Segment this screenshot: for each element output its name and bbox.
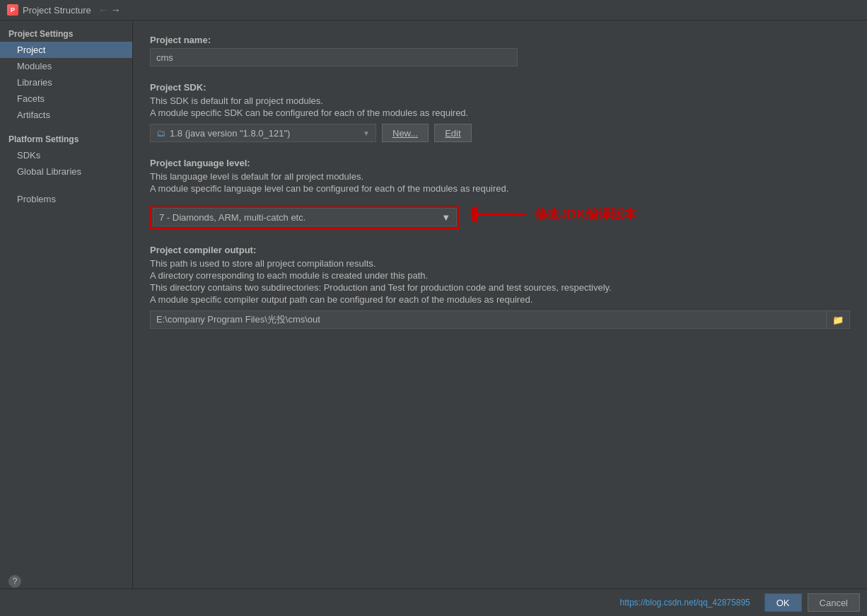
main-layout: Project Settings Project Modules Librari…: [0, 21, 867, 588]
folder-button[interactable]: 📁: [827, 310, 850, 329]
compiler-output-section: Project compiler output: This path is us…: [150, 245, 850, 329]
content-area: Project name: Project SDK: This SDK is d…: [133, 21, 867, 588]
sidebar-item-modules[interactable]: Modules: [0, 58, 132, 74]
sdk-edit-button[interactable]: Edit: [434, 124, 471, 142]
sidebar-item-libraries[interactable]: Libraries: [0, 74, 132, 91]
app-logo: P: [7, 4, 18, 16]
project-sdk-label: Project SDK:: [150, 82, 850, 93]
lang-dropdown-wrapper: 7 - Diamonds, ARM, multi-catch etc. ▼: [150, 205, 460, 229]
bottom-link[interactable]: https://blog.csdn.net/qq_42875895: [620, 598, 750, 608]
sdk-dropdown-icon: ▼: [363, 129, 370, 137]
ok-button[interactable]: OK: [764, 593, 802, 612]
sidebar-item-global-libraries[interactable]: Global Libraries: [0, 163, 132, 180]
compiler-desc1: This path is used to store all project c…: [150, 258, 850, 269]
sidebar-item-problems[interactable]: Problems: [0, 191, 132, 207]
annotation-text: 修改JDK编译版本: [535, 206, 636, 223]
cancel-button[interactable]: Cancel: [808, 593, 860, 612]
project-sdk-section: Project SDK: This SDK is default for all…: [150, 82, 850, 142]
lang-desc2: A module specific language level can be …: [150, 183, 850, 194]
nav-arrows: ← →: [98, 4, 121, 16]
project-language-label: Project language level:: [150, 158, 850, 168]
compiler-desc2: A directory corresponding to each module…: [150, 270, 850, 281]
sidebar-item-artifacts[interactable]: Artifacts: [0, 107, 132, 123]
sidebar-item-sdks[interactable]: SDKs: [0, 147, 132, 163]
red-arrow-icon: [471, 204, 528, 224]
platform-settings-section: Platform Settings: [0, 129, 132, 147]
sidebar-item-facets[interactable]: Facets: [0, 91, 132, 107]
project-settings-section: Project Settings: [0, 23, 132, 42]
title-bar: P Project Structure ← →: [0, 0, 867, 21]
bottom-bar: https://blog.csdn.net/qq_42875895 OK Can…: [0, 588, 867, 616]
sdk-row: 🗂 1.8 (java version "1.8.0_121") ▼ New..…: [150, 124, 850, 142]
lang-dropdown-icon: ▼: [441, 212, 450, 223]
sdk-desc1: This SDK is default for all project modu…: [150, 95, 850, 106]
compiler-output-label: Project compiler output:: [150, 245, 850, 255]
folder-icon: 📁: [832, 315, 844, 325]
lang-value: 7 - Diamonds, ARM, multi-catch etc.: [159, 212, 306, 223]
back-arrow[interactable]: ←: [98, 4, 108, 16]
lang-dropdown[interactable]: 7 - Diamonds, ARM, multi-catch etc. ▼: [153, 208, 457, 226]
output-path-row: 📁: [150, 310, 850, 329]
project-name-section: Project name:: [150, 35, 850, 66]
project-language-section: Project language level: This language le…: [150, 158, 850, 229]
compiler-desc4: A module specific compiler output path c…: [150, 294, 850, 305]
project-name-input[interactable]: [150, 48, 518, 66]
lang-desc1: This language level is default for all p…: [150, 171, 850, 182]
annotation: 修改JDK编译版本: [471, 204, 636, 224]
help-icon[interactable]: ?: [8, 575, 21, 588]
sidebar: Project Settings Project Modules Librari…: [0, 21, 133, 588]
forward-arrow[interactable]: →: [111, 4, 121, 16]
title-bar-text: Project Structure: [23, 5, 91, 16]
sdk-value: 1.8 (java version "1.8.0_121"): [170, 128, 290, 139]
sdk-dropdown[interactable]: 🗂 1.8 (java version "1.8.0_121") ▼: [150, 124, 376, 142]
compiler-desc3: This directory contains two subdirectori…: [150, 282, 850, 293]
sdk-desc2: A module specific SDK can be configured …: [150, 107, 850, 118]
sidebar-item-project[interactable]: Project: [0, 42, 132, 58]
project-name-label: Project name:: [150, 35, 850, 45]
sdk-new-button[interactable]: New...: [382, 124, 429, 142]
compiler-output-input[interactable]: [150, 310, 827, 329]
